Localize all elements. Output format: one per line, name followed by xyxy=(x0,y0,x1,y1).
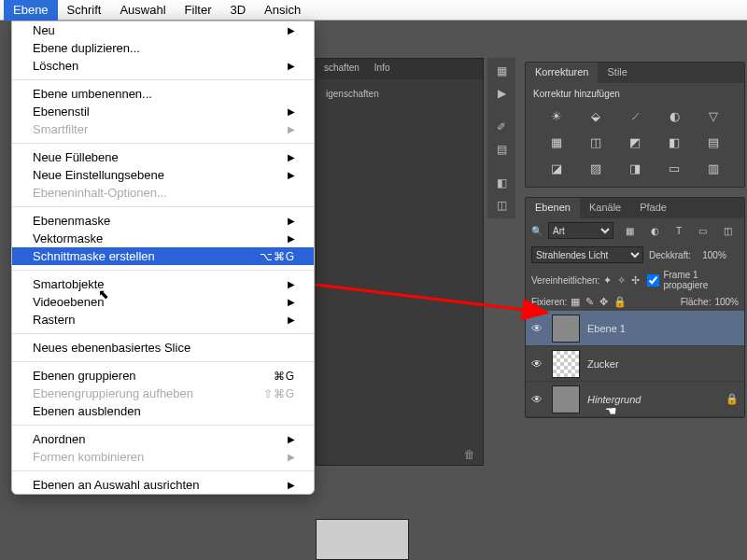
threshold-icon[interactable]: ◨ xyxy=(625,161,645,175)
menu-auswahl[interactable]: Auswahl xyxy=(110,0,175,21)
menu-item-ebenenmaske[interactable]: Ebenenmaske▶ xyxy=(12,212,314,230)
layer-name: Hintergrund xyxy=(587,394,718,405)
menu-item-neue-einstellungsebene[interactable]: Neue Einstellungsebene▶ xyxy=(12,166,314,184)
visibility-icon[interactable]: 👁 xyxy=(531,393,544,406)
levels-icon[interactable]: ⬙ xyxy=(585,108,606,123)
menu-filter[interactable]: Filter xyxy=(176,0,221,21)
propagate-checkbox[interactable] xyxy=(647,274,659,287)
tool-preset-icon[interactable]: ◧ xyxy=(489,174,514,192)
filter-type-icon[interactable]: T xyxy=(676,226,682,236)
menu-item-videoebenen[interactable]: Videoebenen▶ xyxy=(12,293,314,311)
menu-item-l-schen[interactable]: Löschen▶ xyxy=(12,57,314,75)
posterize-icon[interactable]: ▨ xyxy=(585,161,606,175)
menu-item-rastern[interactable]: Rastern▶ xyxy=(12,311,314,329)
layer-thumbnail[interactable] xyxy=(552,315,580,343)
tab-info[interactable]: Info xyxy=(367,59,398,79)
menu-item-ebenenstil[interactable]: Ebenenstil▶ xyxy=(12,103,314,120)
submenu-arrow-icon: ▶ xyxy=(288,452,295,462)
menu-item-ebene-umbenennen-[interactable]: Ebene umbenennen... xyxy=(12,85,314,103)
propagate-label: Frame 1 propagiere xyxy=(663,270,739,290)
filter-smart-icon[interactable]: ◫ xyxy=(724,226,732,236)
menu-ebene[interactable]: Ebene xyxy=(4,0,58,21)
layer-thumbnail[interactable] xyxy=(552,385,580,413)
tab-kanaele[interactable]: Kanäle xyxy=(580,198,630,218)
menu-item-vektormaske[interactable]: Vektormaske▶ xyxy=(12,230,314,247)
channel-mixer-icon[interactable]: ◧ xyxy=(664,134,684,149)
unify-vis-icon[interactable]: ✧ xyxy=(617,274,626,287)
menu-item-ebenengruppierung-aufheben: Ebenengruppierung aufheben⇧⌘G xyxy=(12,385,314,402)
vibrance-icon[interactable]: ▽ xyxy=(703,108,724,123)
selective-color-icon[interactable]: ▥ xyxy=(703,161,724,175)
gradient-map-icon[interactable]: ▭ xyxy=(664,161,684,175)
filter-adjust-icon[interactable]: ◐ xyxy=(651,226,659,236)
layer-hintergrund[interactable]: 👁Hintergrund🔒 xyxy=(526,382,744,417)
menu-item-neue-f-llebene[interactable]: Neue Füllebene▶ xyxy=(12,148,314,166)
menu-item-schnittmaske-erstellen[interactable]: Schnittmaske erstellen⌥⌘G xyxy=(12,247,314,265)
invert-icon[interactable]: ◪ xyxy=(546,161,567,175)
styles-icon[interactable]: ◫ xyxy=(489,196,514,215)
ebene-dropdown: Neu▶Ebene duplizieren...Löschen▶Ebene um… xyxy=(11,21,315,495)
bw-icon[interactable]: ◫ xyxy=(585,134,606,149)
trash-icon[interactable]: 🗑 xyxy=(464,448,475,461)
canvas-preview xyxy=(316,519,409,560)
lock-all-icon[interactable]: 🔒 xyxy=(613,296,627,308)
submenu-arrow-icon: ▶ xyxy=(288,297,295,307)
menu-item-ebene-duplizieren-[interactable]: Ebene duplizieren... xyxy=(12,39,314,57)
menu-item-anordnen[interactable]: Anordnen▶ xyxy=(12,430,314,448)
layer-zucker[interactable]: 👁Zucker xyxy=(526,346,744,382)
menu-item-neues-ebenenbasiertes-slice[interactable]: Neues ebenenbasiertes Slice xyxy=(12,339,314,357)
tab-stile[interactable]: Stile xyxy=(598,63,636,83)
menu-item-ebenen-an-auswahl-ausrichten[interactable]: Ebenen an Auswahl ausrichten▶ xyxy=(12,476,314,494)
brightness-icon[interactable]: ☀ xyxy=(546,108,567,123)
submenu-arrow-icon: ▶ xyxy=(288,434,295,444)
lock-paint-icon[interactable]: ✎ xyxy=(585,296,594,308)
menu-3d[interactable]: 3D xyxy=(220,0,255,21)
lock-trans-icon[interactable]: ▦ xyxy=(571,296,580,308)
unify-style-icon[interactable]: ✢ xyxy=(631,274,640,287)
submenu-arrow-icon: ▶ xyxy=(288,279,295,289)
filter-pixel-icon[interactable]: ▦ xyxy=(626,226,634,236)
brush-icon[interactable]: ✐ xyxy=(489,118,514,136)
tab-ebenen[interactable]: Ebenen xyxy=(526,198,580,218)
swatches-icon[interactable]: ▤ xyxy=(489,140,514,159)
submenu-arrow-icon: ▶ xyxy=(288,124,295,134)
fill-value[interactable]: 100% xyxy=(714,297,739,307)
opacity-label: Deckkraft: xyxy=(649,250,691,260)
menu-item-ebenen-gruppieren[interactable]: Ebenen gruppieren⌘G xyxy=(12,367,314,385)
layer-thumbnail[interactable] xyxy=(552,350,580,378)
tab-korrekturen[interactable]: Korrekturen xyxy=(526,63,598,83)
opacity-value[interactable]: 100% xyxy=(697,250,732,260)
corrections-panel: Korrekturen Stile Korrektur hinzufügen ☀… xyxy=(525,62,745,188)
photo-filter-icon[interactable]: ◩ xyxy=(625,134,645,149)
unify-pos-icon[interactable]: ✦ xyxy=(603,274,612,287)
menu-item-formen-kombinieren: Formen kombinieren▶ xyxy=(12,448,314,466)
lock-pos-icon[interactable]: ✥ xyxy=(599,296,608,308)
tab-eigenschaften[interactable]: schaften xyxy=(317,59,367,79)
curves-icon[interactable]: ⟋ xyxy=(625,108,645,123)
tab-pfade[interactable]: Pfade xyxy=(630,198,676,218)
corrections-title: Korrektur hinzufügen xyxy=(533,89,737,99)
properties-panel: schaften Info igenschaften 🗑 xyxy=(316,58,484,466)
layer-ebene-1[interactable]: 👁Ebene 1 xyxy=(526,311,744,346)
menu-ansicht[interactable]: Ansich xyxy=(255,0,310,21)
exposure-icon[interactable]: ◐ xyxy=(664,108,684,123)
lock-icon: 🔒 xyxy=(726,393,739,405)
menu-schrift[interactable]: Schrift xyxy=(58,0,111,21)
menu-item-smartobjekte[interactable]: Smartobjekte▶ xyxy=(12,275,314,293)
menu-item-neu[interactable]: Neu▶ xyxy=(12,21,314,39)
hue-icon[interactable]: ▦ xyxy=(546,134,567,149)
actions-icon[interactable]: ▶ xyxy=(489,84,514,103)
visibility-icon[interactable]: 👁 xyxy=(531,357,544,371)
visibility-icon[interactable]: 👁 xyxy=(531,322,544,335)
submenu-arrow-icon: ▶ xyxy=(288,25,295,35)
lookup-icon[interactable]: ▤ xyxy=(703,134,724,149)
layer-name: Ebene 1 xyxy=(587,323,739,334)
layer-list: 👁Ebene 1👁Zucker👁Hintergrund🔒 xyxy=(526,311,744,417)
layer-name: Zucker xyxy=(587,358,739,370)
filter-kind-select[interactable]: Art xyxy=(548,222,613,239)
submenu-arrow-icon: ▶ xyxy=(288,106,295,117)
filter-shape-icon[interactable]: ▭ xyxy=(698,226,707,236)
blend-mode-select[interactable]: Strahlendes Licht xyxy=(531,246,643,263)
menu-item-ebenen-ausblenden[interactable]: Ebenen ausblenden xyxy=(12,402,314,420)
history-icon[interactable]: ▦ xyxy=(489,62,514,80)
